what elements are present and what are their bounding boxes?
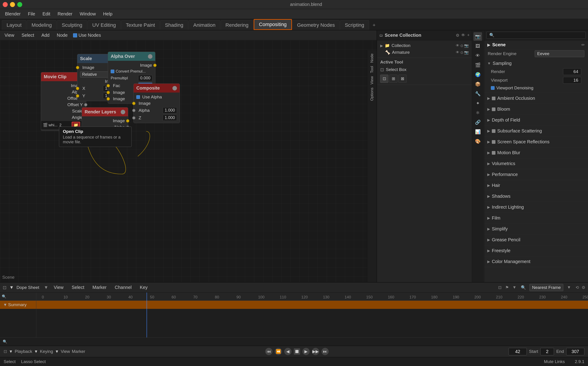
dof-title[interactable]: ▶ Depth of Field xyxy=(487,116,585,124)
props-icon-particle[interactable]: ✦ xyxy=(473,99,482,107)
step-back-button[interactable]: ⏪ xyxy=(275,348,282,355)
arm-render-icon[interactable]: 📷 xyxy=(464,50,469,55)
tl-marker[interactable]: Marker xyxy=(90,284,109,291)
frame-mode-arrow[interactable]: ▼ xyxy=(567,285,571,290)
composite-use-alpha-check[interactable] xyxy=(136,95,140,99)
timeline-collapse-icon[interactable]: ⊡ xyxy=(3,285,7,290)
gp-title[interactable]: ▶ Grease Pencil xyxy=(487,236,585,244)
menu-blender[interactable]: Blender xyxy=(2,10,24,17)
menu-edit[interactable]: Edit xyxy=(39,10,53,17)
tab-sculpting[interactable]: Sculpting xyxy=(57,20,87,30)
playback-label[interactable]: Playback xyxy=(15,349,32,354)
node-composite[interactable]: Composite Use Alpha Image xyxy=(133,84,180,123)
menu-help[interactable]: Help xyxy=(100,10,116,17)
tool-icon-3[interactable]: ⊠ xyxy=(398,75,407,83)
tl-search-icon[interactable]: 🔍 xyxy=(521,285,526,290)
arm-sel-icon[interactable]: ⊙ xyxy=(460,50,463,55)
toolbar-node[interactable]: Node xyxy=(55,32,70,39)
current-frame-input[interactable]: 42 xyxy=(509,348,527,355)
props-search-input[interactable] xyxy=(486,32,586,39)
alpha-over-fac-input[interactable] xyxy=(107,84,110,87)
render-layers-collapse[interactable] xyxy=(121,110,125,114)
playback-dropdown-arrow[interactable]: ▼ xyxy=(9,349,13,354)
bloom-checkbox[interactable] xyxy=(492,107,495,111)
il-title[interactable]: ▶ Indirect Lighting xyxy=(487,203,585,211)
col-eye-icon[interactable]: 👁 xyxy=(456,44,459,48)
props-icon-physics[interactable]: ⚛ xyxy=(473,108,482,117)
play-button[interactable]: ▶ xyxy=(302,348,310,355)
add-collection-icon[interactable]: + xyxy=(467,33,470,38)
alpha-over-convert-check[interactable] xyxy=(111,70,114,73)
playback-label-arrow[interactable]: ▼ xyxy=(34,349,38,354)
view-label-pb[interactable]: View xyxy=(61,349,70,354)
pb-icon[interactable]: ⊡ xyxy=(4,349,7,354)
side-tab-tool[interactable]: Tool xyxy=(369,65,375,74)
simplify-title[interactable]: ▶ Simplify xyxy=(487,225,585,233)
filter-icon[interactable]: ⚙ xyxy=(456,33,459,38)
render-engine-select[interactable]: Eevee xyxy=(535,50,584,57)
bloom-title[interactable]: ▶ Bloom xyxy=(487,105,585,113)
col-render-icon[interactable]: 📷 xyxy=(464,44,469,48)
tab-texture-paint[interactable]: Texture Paint xyxy=(121,20,160,30)
tl-key[interactable]: Key xyxy=(137,284,150,291)
ssr-checkbox[interactable] xyxy=(492,140,495,144)
props-icon-material[interactable]: 🎨 xyxy=(473,137,482,145)
subsurface-title[interactable]: ▶ Subsurface Scattering xyxy=(487,127,585,135)
tl-sync-icon[interactable]: ⟲ xyxy=(575,285,579,290)
arm-eye-icon[interactable]: 👁 xyxy=(456,50,459,55)
composite-alpha-socket[interactable] xyxy=(132,109,135,112)
perf-title[interactable]: ▶ Performance xyxy=(487,170,585,178)
alpha-over-collapse[interactable] xyxy=(148,54,152,59)
mb-title[interactable]: ▶ Motion Blur xyxy=(487,149,585,157)
fs-title[interactable]: ▶ Freestyle xyxy=(487,247,585,255)
tool-icon-1[interactable]: ⊡ xyxy=(380,75,388,83)
next-frame-button[interactable]: ▶▶ xyxy=(312,348,319,355)
side-tab-view[interactable]: View xyxy=(369,75,375,86)
keying-arrow[interactable]: ▼ xyxy=(55,349,59,354)
ao-checkbox[interactable] xyxy=(492,97,495,100)
tl-filter-icon1[interactable]: ⊡ xyxy=(498,285,502,290)
scale-image-input-socket[interactable] xyxy=(76,66,79,69)
composite-collapse[interactable] xyxy=(172,86,177,91)
tab-scripting[interactable]: Scripting xyxy=(340,20,369,30)
maximize-button[interactable] xyxy=(17,2,22,7)
props-icon-view[interactable]: 👁 xyxy=(473,51,482,60)
props-icon-object[interactable]: 📦 xyxy=(473,80,482,88)
view-icon-eyes[interactable]: 👁 xyxy=(461,33,465,38)
tl-filter-icon3[interactable]: ▼ xyxy=(512,285,517,290)
close-button[interactable] xyxy=(3,2,8,7)
stop-button[interactable]: ⏹ xyxy=(294,348,300,355)
ambient-occlusion-title[interactable]: ▶ Ambient Occlusion xyxy=(487,94,585,102)
sampling-title[interactable]: ▼ Sampling xyxy=(487,59,585,67)
end-frame-input[interactable]: 307 xyxy=(566,348,584,355)
frame-mode-select[interactable]: Nearest Frame xyxy=(529,284,563,291)
tl-view[interactable]: View xyxy=(51,284,66,291)
scale-y-socket[interactable] xyxy=(76,94,79,98)
tab-shading[interactable]: Shading xyxy=(160,20,188,30)
toolbar-add[interactable]: Add xyxy=(40,32,52,39)
composite-z-socket[interactable] xyxy=(132,116,135,120)
menu-window[interactable]: Window xyxy=(77,10,99,17)
tool-icon-2[interactable]: ⊞ xyxy=(389,75,397,83)
rl-image-socket[interactable] xyxy=(126,119,129,122)
use-nodes-toggle[interactable]: Use Nodes xyxy=(73,33,101,38)
toolbar-view[interactable]: View xyxy=(3,32,16,39)
tl-settings-icon[interactable]: ⚙ xyxy=(582,285,585,290)
hair-title[interactable]: ▶ Hair xyxy=(487,181,585,189)
col-sel-icon[interactable]: ⊙ xyxy=(460,44,463,48)
summary-arrow[interactable]: ▼ xyxy=(3,303,7,307)
mb-checkbox[interactable] xyxy=(492,151,495,155)
tab-modeling[interactable]: Modeling xyxy=(27,20,56,30)
props-icon-world[interactable]: 🌍 xyxy=(473,70,482,79)
tab-geometry-nodes[interactable]: Geometry Nodes xyxy=(292,20,340,30)
tab-layout[interactable]: Layout xyxy=(2,20,26,30)
menu-file[interactable]: File xyxy=(25,10,38,17)
marker-label-pb[interactable]: Marker xyxy=(72,349,85,354)
toolbar-select[interactable]: Select xyxy=(20,32,36,39)
tab-animation[interactable]: Animation xyxy=(188,20,220,30)
film-title[interactable]: ▶ Film xyxy=(487,214,585,222)
props-icon-render[interactable]: 📷 xyxy=(473,32,482,41)
timeline-type-icon[interactable]: ▼ xyxy=(9,285,14,290)
props-icon-output[interactable]: 🖼 xyxy=(473,42,482,50)
ssr-title[interactable]: ▶ Screen Space Reflections xyxy=(487,138,585,146)
